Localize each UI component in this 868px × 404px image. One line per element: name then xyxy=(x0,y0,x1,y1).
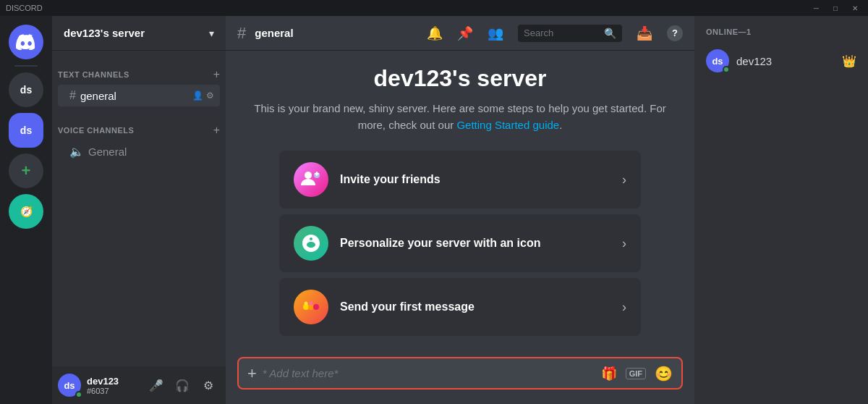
notification-bell-icon[interactable]: 🔔 xyxy=(427,25,443,41)
voice-channels-section: VOICE CHANNELS + 🔈 General xyxy=(52,112,226,163)
voice-channels-label: VOICE CHANNELS xyxy=(58,126,134,135)
voice-channel-name: General xyxy=(88,146,214,158)
channel-item-general[interactable]: # general 👤 ⚙ xyxy=(58,85,220,106)
invite-friends-icon xyxy=(294,162,328,197)
welcome-description: This is your brand new, shiny server. He… xyxy=(249,101,671,133)
server-list: ds ds + 🧭 xyxy=(0,16,52,404)
channel-list: TEXT CHANNELS + # general 👤 ⚙ VOICE CHAN… xyxy=(52,51,226,366)
invite-friends-chevron: › xyxy=(622,172,626,188)
send-message-icon xyxy=(294,290,328,324)
minimize-button[interactable]: ─ xyxy=(809,3,823,14)
inbox-icon[interactable]: 📥 xyxy=(637,25,652,41)
window-controls: ─ □ ✕ xyxy=(809,3,862,14)
mute-button[interactable]: 🎤 xyxy=(145,374,168,397)
server-name: dev123's server xyxy=(64,27,145,39)
hash-icon: # xyxy=(69,89,76,102)
send-message-chevron: › xyxy=(622,300,626,315)
server-chevron-icon: ▾ xyxy=(209,28,214,39)
main-content: # general 🔔 📌 👥 🔍 📥 ? dev123's server Th… xyxy=(226,16,694,404)
user-avatar: ds xyxy=(58,374,81,397)
personalize-card[interactable]: Personalize your server with an icon › xyxy=(279,214,641,272)
personalize-text: Personalize your server with an icon xyxy=(340,237,610,250)
add-attachment-button[interactable]: + xyxy=(247,364,257,383)
user-panel: ds dev123 #6037 🎤 🎧 ⚙ xyxy=(52,366,226,404)
search-input[interactable] xyxy=(524,28,598,38)
invite-friends-card[interactable]: Invite your friends › xyxy=(279,151,641,209)
invite-friends-text: Invite your friends xyxy=(340,173,610,186)
user-name: dev123 xyxy=(87,376,139,387)
welcome-area: dev123's server This is your brand new, … xyxy=(226,51,694,357)
welcome-title: dev123's server xyxy=(249,65,671,92)
channel-name-general: general xyxy=(80,90,188,102)
text-channels-section: TEXT CHANNELS + # general 👤 ⚙ xyxy=(52,56,226,106)
settings-icon[interactable]: ⚙ xyxy=(206,91,214,101)
voice-icon: 🔈 xyxy=(69,145,84,159)
text-channels-category[interactable]: TEXT CHANNELS + xyxy=(52,56,226,84)
action-cards: Invite your friends › Personalize your s… xyxy=(279,151,641,336)
user-settings-button[interactable]: ⚙ xyxy=(197,374,220,397)
member-status-indicator xyxy=(723,66,730,73)
explore-servers-button[interactable]: 🧭 xyxy=(9,194,43,229)
channel-header: # general 🔔 📌 👥 🔍 📥 ? xyxy=(226,16,694,51)
send-message-card[interactable]: Send your first message › xyxy=(279,278,641,336)
server-header[interactable]: dev123's server ▾ xyxy=(52,16,226,51)
channel-header-name: general xyxy=(255,27,293,39)
members-icon[interactable]: 👥 xyxy=(488,25,503,41)
close-button[interactable]: ✕ xyxy=(848,3,862,14)
user-info: dev123 #6037 xyxy=(87,376,139,395)
svg-point-0 xyxy=(305,172,312,179)
add-voice-channel-button[interactable]: + xyxy=(213,124,220,137)
app-layout: ds ds + 🧭 dev123's server ▾ TEXT CHANNEL… xyxy=(0,16,868,404)
search-bar[interactable]: 🔍 xyxy=(518,25,622,42)
app-title: DISCORD xyxy=(6,4,43,12)
text-channels-label: TEXT CHANNELS xyxy=(58,70,129,79)
svg-point-5 xyxy=(305,302,308,306)
server-divider xyxy=(14,65,38,67)
send-message-text: Send your first message xyxy=(340,300,610,313)
user-tag: #6037 xyxy=(87,387,139,395)
server-icon-ds[interactable]: ds xyxy=(9,72,43,107)
getting-started-link[interactable]: Getting Started guide xyxy=(456,119,559,131)
deafen-button[interactable]: 🎧 xyxy=(171,374,194,397)
help-icon[interactable]: ? xyxy=(667,25,683,41)
voice-channels-category[interactable]: VOICE CHANNELS + xyxy=(52,112,226,140)
message-actions: 🎁 GIF 😊 xyxy=(601,365,673,382)
svg-point-4 xyxy=(313,304,319,310)
personalize-chevron: › xyxy=(622,236,626,251)
channel-hash-icon: # xyxy=(237,24,246,43)
member-avatar: ds xyxy=(706,49,729,72)
svg-point-6 xyxy=(310,302,313,306)
add-server-button[interactable]: + xyxy=(9,153,43,188)
discord-home-button[interactable] xyxy=(9,25,43,59)
search-icon: 🔍 xyxy=(604,28,616,39)
channel-header-icons: 🔔 📌 👥 🔍 📥 ? xyxy=(427,25,683,42)
voice-channel-general[interactable]: 🔈 General xyxy=(58,140,220,163)
channel-actions: 👤 ⚙ xyxy=(192,91,214,101)
channel-sidebar: dev123's server ▾ TEXT CHANNELS + # gene… xyxy=(52,16,226,404)
message-input[interactable] xyxy=(263,358,595,388)
message-input-wrapper: + 🎁 GIF 😊 xyxy=(237,357,683,390)
emoji-button[interactable]: 😊 xyxy=(655,365,673,382)
title-bar: DISCORD ─ □ ✕ xyxy=(0,0,868,16)
member-badge: 👑 xyxy=(842,54,856,68)
personalize-icon xyxy=(294,226,328,261)
gif-button[interactable]: GIF xyxy=(626,368,646,379)
user-controls: 🎤 🎧 ⚙ xyxy=(145,374,220,397)
invite-icon[interactable]: 👤 xyxy=(192,91,203,101)
member-item-dev123[interactable]: ds dev123 👑 xyxy=(700,45,862,77)
gift-button[interactable]: 🎁 xyxy=(601,366,617,382)
pin-icon[interactable]: 📌 xyxy=(457,25,473,41)
maximize-button[interactable]: □ xyxy=(829,3,842,14)
server-icon-active[interactable]: ds xyxy=(9,113,43,148)
user-status-indicator xyxy=(75,391,82,398)
member-name: dev123 xyxy=(736,55,835,67)
add-text-channel-button[interactable]: + xyxy=(213,68,220,81)
message-area: + 🎁 GIF 😊 xyxy=(226,357,694,404)
online-section-label: ONLINE—1 xyxy=(700,28,862,36)
right-sidebar: ONLINE—1 ds dev123 👑 xyxy=(694,16,868,404)
